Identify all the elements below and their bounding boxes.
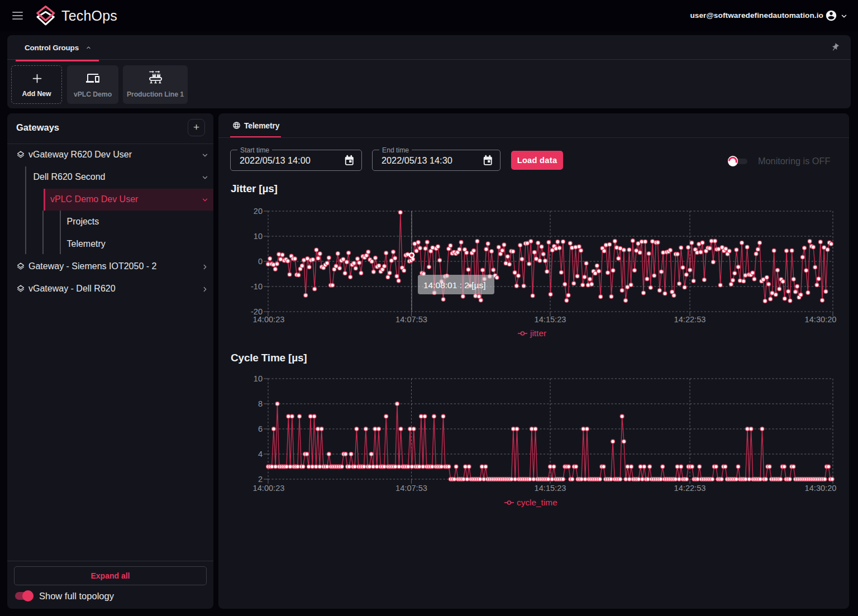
svg-text:14:15:23: 14:15:23 bbox=[535, 484, 566, 493]
svg-text:10: 10 bbox=[254, 374, 263, 383]
svg-text:2: 2 bbox=[258, 475, 263, 484]
svg-text:6: 6 bbox=[258, 424, 263, 433]
svg-text:14:00:23: 14:00:23 bbox=[253, 484, 285, 493]
svg-text:14:07:53: 14:07:53 bbox=[395, 484, 427, 493]
svg-text:cycle_time: cycle_time bbox=[517, 498, 557, 507]
svg-text:4: 4 bbox=[258, 450, 263, 459]
svg-text:8: 8 bbox=[258, 399, 263, 408]
svg-text:14:22:53: 14:22:53 bbox=[674, 484, 706, 493]
svg-text:14:30:20: 14:30:20 bbox=[805, 484, 837, 493]
